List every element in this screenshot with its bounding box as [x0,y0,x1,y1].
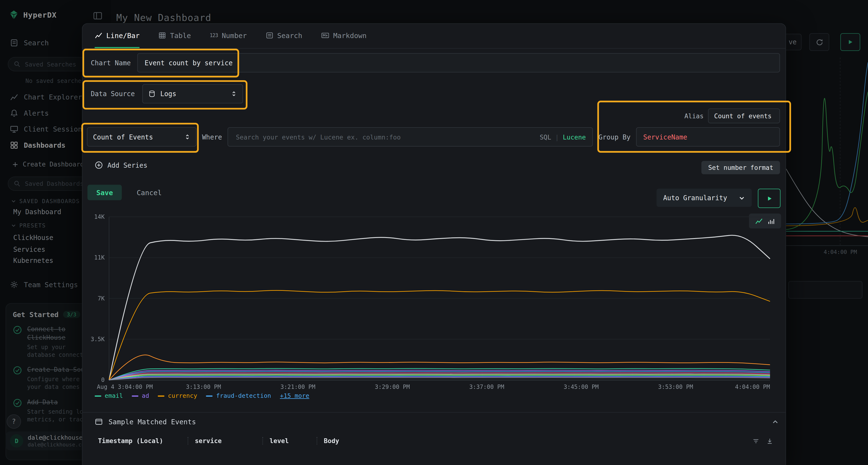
sql-toggle[interactable]: SQL [539,133,551,141]
chart-editor-modal: Line/Bar Table 123 Number Search Markdow… [82,23,786,465]
chart-name-row: Chart Name [91,53,780,72]
legend-color-dash [206,395,213,396]
query-language-toggle: SQL | Lucene [539,133,586,141]
aggregation-select[interactable]: Count of Events [87,127,196,146]
filter-lines-icon[interactable] [752,437,760,444]
sample-events-header[interactable]: Sample Matched Events [95,418,779,426]
tab-label: Markdown [333,31,367,39]
add-series-label: Add Series [107,161,147,169]
svg-text:0: 0 [101,376,105,383]
tab-markdown[interactable]: Markdown [321,24,367,48]
chevron-down-icon [739,194,745,201]
event-count-chart: 14K11K7K3.5K0Aug 4 3:04:00 PM3:13:00 PM3… [95,212,781,393]
svg-text:Aug 4 3:04:00 PM: Aug 4 3:04:00 PM [97,384,153,390]
column-header-timestamp[interactable]: Timestamp (Local) [95,437,188,445]
tab-label: Number [222,31,247,39]
plus-circle-icon [95,161,103,169]
number-123-icon: 123 [210,33,218,38]
tab-table[interactable]: Table [158,24,191,48]
legend-item[interactable]: email [95,392,123,399]
column-header-service[interactable]: service [188,437,262,445]
legend-color-dash [158,395,165,396]
sample-events-title: Sample Matched Events [108,418,196,426]
column-header-level[interactable]: level [262,437,317,445]
alias-input[interactable] [708,108,780,123]
svg-text:3:53:00 PM: 3:53:00 PM [658,384,693,390]
up-down-chevrons-icon [231,91,237,97]
svg-text:11K: 11K [94,254,105,261]
section-divider [83,412,785,412]
list-icon [266,32,273,39]
cancel-button[interactable]: Cancel [133,185,165,200]
legend-color-dash [95,395,101,396]
download-icon[interactable] [766,437,774,444]
lucene-toggle[interactable]: Lucene [563,133,586,141]
granularity-value: Auto Granularity [663,194,727,202]
where-search-input[interactable] [235,133,534,141]
tab-line-bar[interactable]: Line/Bar [95,24,140,48]
sample-events-table-header: Timestamp (Local) service level Body [95,434,774,447]
svg-text:3:37:00 PM: 3:37:00 PM [469,384,504,390]
app-root: HyperDX Search No saved searches Chart E… [0,0,868,465]
aggregation-value: Count of Events [93,133,180,141]
granularity-select[interactable]: Auto Granularity [656,189,752,207]
tab-label: Search [277,31,302,39]
group-by-label: Group By [598,133,630,141]
legend-label: ad [142,392,149,399]
toggle-divider: | [555,133,559,141]
svg-text:7K: 7K [98,295,105,302]
where-label: Where [202,133,222,141]
svg-text:3:45:00 PM: 3:45:00 PM [564,384,599,390]
table-icon [158,32,166,39]
svg-text:14K: 14K [94,213,105,220]
where-input-group: SQL | Lucene [227,127,593,146]
line-chart-icon [95,32,102,39]
legend-label: fraud-detection [216,392,271,399]
svg-text:4:04:00 PM: 4:04:00 PM [735,384,770,390]
tab-label: Table [170,31,191,39]
save-button[interactable]: Save [88,185,122,200]
svg-text:3.5K: 3.5K [91,336,105,343]
chart-name-label: Chart Name [91,59,131,67]
set-number-format-button[interactable]: Set number format [702,161,780,174]
run-query-button[interactable] [758,189,780,208]
alias-row: Alias [684,108,780,123]
column-header-body[interactable]: Body [317,437,752,445]
database-icon [149,90,156,97]
alias-label: Alias [684,112,704,120]
data-source-label: Data Source [91,90,135,98]
group-by-input[interactable] [636,127,780,146]
chart-name-input[interactable] [137,53,780,72]
data-source-row: Data Source Logs [91,84,243,103]
chart-legend: emailadcurrencyfraud-detection+15 more [95,392,309,399]
legend-item[interactable]: fraud-detection [206,392,271,399]
legend-color-dash [132,395,138,396]
data-source-value: Logs [160,90,227,98]
svg-text:3:13:00 PM: 3:13:00 PM [186,384,221,390]
tab-search[interactable]: Search [266,24,302,48]
legend-label: email [105,392,123,399]
chevron-up-icon[interactable] [772,418,779,426]
up-down-chevrons-icon [184,134,190,140]
series-editor-row: Count of Events Where SQL | Lucene Group… [87,127,780,146]
tab-label: Line/Bar [106,31,140,39]
svg-text:3:21:00 PM: 3:21:00 PM [280,384,315,390]
markdown-icon [321,32,329,39]
chart-type-tabs: Line/Bar Table 123 Number Search Markdow… [83,24,785,49]
legend-item[interactable]: currency [158,392,197,399]
play-icon [766,195,773,202]
tab-number[interactable]: 123 Number [210,24,247,48]
legend-more-link[interactable]: +15 more [280,392,309,399]
data-source-select[interactable]: Logs [143,84,243,103]
panel-icon [95,418,103,426]
add-series-button[interactable]: Add Series [95,161,148,169]
legend-item[interactable]: ad [132,392,149,399]
svg-text:3:29:00 PM: 3:29:00 PM [375,384,410,390]
legend-label: currency [168,392,197,399]
